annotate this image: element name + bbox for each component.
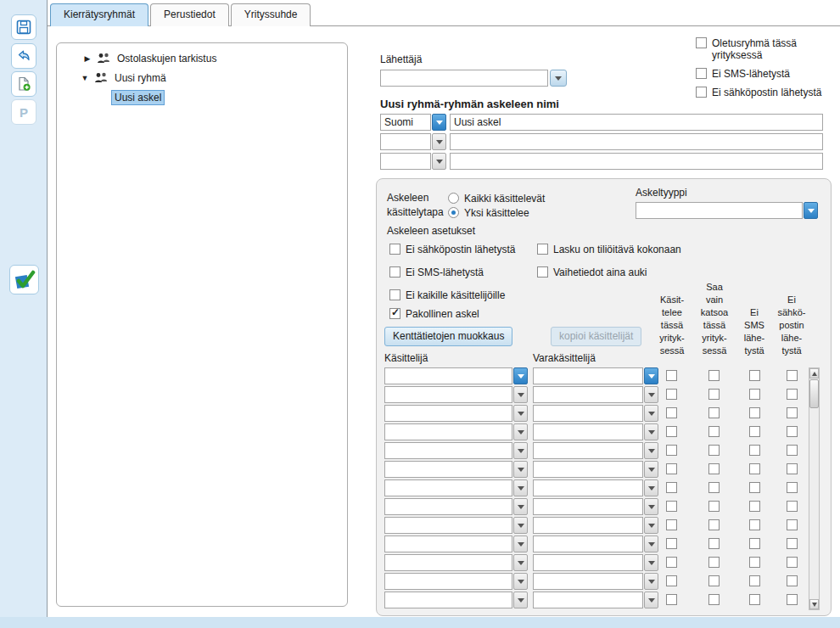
new-document-button[interactable]	[11, 71, 36, 97]
handler-dropdown-button[interactable]	[513, 367, 528, 384]
backup-handler-dropdown-button[interactable]	[644, 405, 658, 422]
handles-in-company-checkbox[interactable]	[666, 575, 677, 586]
no-email-step-checkbox[interactable]	[389, 244, 400, 255]
handler-select[interactable]	[384, 554, 528, 571]
row-no-sms-checkbox[interactable]	[749, 370, 760, 381]
tree-item-ostolaskujen-tarkistus[interactable]: Ostolaskujen tarkistus	[82, 51, 219, 66]
handler-dropdown-button[interactable]	[513, 461, 528, 478]
handles-in-company-checkbox[interactable]	[666, 594, 677, 605]
company-no-sms-checkbox[interactable]	[696, 68, 707, 79]
backup-handler-select[interactable]	[533, 423, 658, 440]
undo-button[interactable]	[11, 43, 36, 69]
row-no-email-checkbox[interactable]	[787, 426, 798, 437]
default-group-checkbox[interactable]	[696, 37, 707, 48]
tab-yrityssuhde[interactable]: Yrityssuhde	[231, 3, 311, 26]
handler-value[interactable]	[384, 554, 512, 571]
step-name-input-3[interactable]	[450, 153, 823, 170]
view-only-in-company-checkbox[interactable]	[708, 501, 720, 512]
handler-value[interactable]	[384, 405, 512, 422]
mandatory-step-checkbox[interactable]	[389, 308, 400, 319]
handles-in-company-checkbox[interactable]	[666, 389, 677, 400]
backup-handler-value[interactable]	[533, 535, 643, 552]
handler-select[interactable]	[384, 461, 528, 478]
chevron-right-icon[interactable]	[82, 54, 92, 63]
handler-select[interactable]	[384, 405, 528, 422]
row-no-email-checkbox[interactable]	[787, 594, 798, 605]
handles-in-company-checkbox[interactable]	[666, 557, 677, 568]
handler-select[interactable]	[384, 479, 528, 496]
fully-allocated-option[interactable]: Lasku on tiliöitävä kokonaan	[537, 244, 681, 255]
handles-in-company-checkbox[interactable]	[666, 501, 677, 512]
backup-handler-select[interactable]	[533, 592, 658, 608]
handler-dropdown-button[interactable]	[513, 423, 528, 440]
handler-select[interactable]	[384, 442, 528, 459]
row-no-sms-checkbox[interactable]	[749, 501, 760, 512]
tree-item-uusi-askel[interactable]: Uusi askel	[111, 90, 165, 105]
row-no-email-checkbox[interactable]	[787, 407, 798, 418]
row-no-sms-checkbox[interactable]	[749, 575, 760, 586]
not-for-all-handlers-checkbox[interactable]	[389, 289, 400, 300]
backup-handler-dropdown-button[interactable]	[644, 479, 658, 496]
row-no-sms-checkbox[interactable]	[749, 407, 760, 418]
backup-handler-value[interactable]	[533, 592, 643, 608]
step-type-dropdown-button[interactable]	[804, 202, 818, 219]
backup-handler-dropdown-button[interactable]	[644, 423, 658, 440]
handler-dropdown-button[interactable]	[513, 573, 528, 590]
backup-handler-dropdown-button[interactable]	[644, 517, 658, 534]
backup-handler-dropdown-button[interactable]	[644, 592, 658, 608]
chevron-down-icon[interactable]	[80, 74, 90, 82]
handler-select[interactable]	[384, 498, 528, 515]
backup-handler-value[interactable]	[533, 573, 643, 590]
handles-in-company-checkbox[interactable]	[666, 445, 677, 456]
row-no-sms-checkbox[interactable]	[749, 389, 760, 400]
handler-value[interactable]	[384, 573, 512, 590]
language-value[interactable]: Suomi	[380, 114, 431, 131]
scrollbar-thumb[interactable]	[809, 379, 819, 408]
handler-select[interactable]	[384, 423, 528, 440]
backup-handler-value[interactable]	[533, 386, 643, 403]
handles-in-company-checkbox[interactable]	[666, 538, 677, 549]
handling-option-one[interactable]: Yksi käsittelee	[448, 207, 529, 219]
view-only-in-company-checkbox[interactable]	[708, 575, 720, 586]
company-no-sms-option[interactable]: Ei SMS-lähetystä	[696, 68, 790, 80]
field-edit-button[interactable]: Kenttätietojen muokkaus	[384, 327, 512, 346]
handler-dropdown-button[interactable]	[513, 592, 528, 608]
step-name-input-1[interactable]	[450, 114, 823, 131]
backup-handler-value[interactable]	[533, 405, 643, 422]
default-group-option[interactable]: Oletusryhmä tässä yrityksessä	[696, 37, 832, 61]
backup-handler-select[interactable]	[533, 386, 658, 403]
row-no-email-checkbox[interactable]	[787, 519, 798, 530]
row-no-sms-checkbox[interactable]	[749, 557, 760, 568]
language-dropdown-button[interactable]	[432, 153, 446, 170]
no-sms-step-checkbox[interactable]	[389, 266, 400, 278]
handles-in-company-checkbox[interactable]	[666, 519, 677, 530]
handler-dropdown-button[interactable]	[513, 517, 528, 534]
language-select-2[interactable]	[380, 133, 446, 150]
language-select-1[interactable]: Suomi	[380, 114, 446, 131]
backup-handler-select[interactable]	[533, 367, 658, 384]
company-no-email-option[interactable]: Ei sähköpostin lähetystä	[696, 87, 821, 98]
copy-handlers-button[interactable]: kopioi käsittelijät	[551, 327, 641, 346]
row-no-sms-checkbox[interactable]	[749, 445, 760, 456]
backup-handler-dropdown-button[interactable]	[644, 461, 658, 478]
backup-handler-select[interactable]	[533, 479, 658, 496]
scroll-down-button[interactable]	[809, 599, 819, 609]
sender-dropdown-button[interactable]	[550, 70, 567, 87]
row-no-email-checkbox[interactable]	[787, 463, 798, 474]
handler-dropdown-button[interactable]	[513, 535, 528, 552]
backup-handler-value[interactable]	[533, 498, 643, 515]
sender-value[interactable]	[380, 70, 548, 87]
sender-select[interactable]	[380, 70, 567, 87]
row-no-sms-checkbox[interactable]	[749, 426, 760, 437]
handles-in-company-checkbox[interactable]	[666, 370, 677, 381]
backup-handler-select[interactable]	[533, 405, 658, 422]
handler-select[interactable]	[384, 386, 528, 403]
handler-dropdown-button[interactable]	[513, 405, 528, 422]
handler-value[interactable]	[384, 592, 512, 608]
backup-handler-select[interactable]	[533, 535, 658, 552]
fully-allocated-checkbox[interactable]	[537, 244, 548, 255]
backup-handler-dropdown-button[interactable]	[644, 573, 658, 590]
backup-handler-value[interactable]	[533, 367, 643, 384]
language-select-3[interactable]	[380, 153, 446, 170]
handler-dropdown-button[interactable]	[513, 442, 528, 459]
